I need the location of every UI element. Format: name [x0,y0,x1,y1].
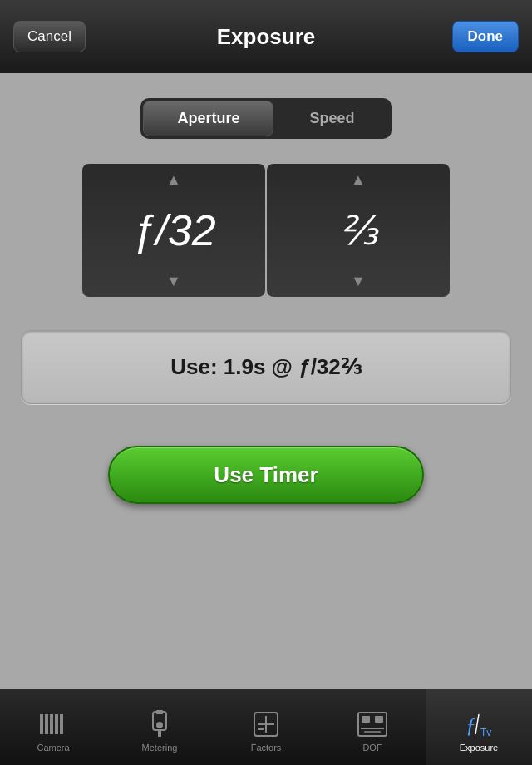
header-title: Exposure [217,24,316,50]
svg-rect-1 [45,714,48,734]
done-button[interactable]: Done [452,21,520,52]
tab-bar: Camera Metering Factors [0,688,532,765]
tab-camera[interactable]: Camera [0,689,106,765]
svg-rect-3 [55,714,58,734]
fraction-down-arrow[interactable]: ▼ [267,274,450,289]
aperture-up-arrow[interactable]: ▲ [82,172,265,187]
aperture-value: ƒ/32 [131,187,215,274]
aperture-wheel: ▲ ƒ/32 ▼ [82,164,265,297]
picker-container: ▲ ƒ/32 ▼ ▲ ⅔ ▼ [82,164,450,297]
result-text: Use: 1.9s @ ƒ/32⅔ [170,354,362,379]
factors-icon [251,709,281,739]
svg-rect-15 [375,716,383,723]
tab-dof[interactable]: DOF [319,689,426,765]
fraction-value: ⅔ [339,187,378,274]
main-content: Aperture Speed ▲ ƒ/32 ▼ ▲ ⅔ ▼ Use: 1.9s … [0,73,532,688]
svg-point-7 [156,722,163,728]
segmented-control: Aperture Speed [140,98,391,139]
tab-factors[interactable]: Factors [213,689,319,765]
svg-rect-4 [60,714,63,734]
camera-tab-label: Camera [37,743,69,753]
aperture-tab[interactable]: Aperture [143,101,273,136]
dof-tab-label: DOF [362,743,382,753]
cancel-button[interactable]: Cancel [13,21,86,52]
svg-rect-2 [50,714,53,734]
svg-rect-8 [158,730,161,737]
svg-text:Tv: Tv [480,727,491,738]
header: Cancel Exposure Done [0,0,532,73]
factors-tab-label: Factors [251,743,282,753]
camera-icon [38,709,68,739]
aperture-down-arrow[interactable]: ▼ [82,274,265,289]
fraction-wheel: ▲ ⅔ ▼ [267,164,450,297]
metering-icon [145,709,175,739]
metering-tab-label: Metering [142,743,178,753]
speed-tab[interactable]: Speed [275,101,388,136]
svg-rect-0 [40,714,43,734]
svg-rect-6 [156,710,163,714]
tab-exposure[interactable]: ƒ Tv Exposure [426,689,532,765]
svg-text:ƒ: ƒ [466,713,476,738]
dof-icon [357,709,387,739]
exposure-tab-label: Exposure [460,743,498,753]
use-timer-button[interactable]: Use Timer [108,446,424,504]
result-box: Use: 1.9s @ ƒ/32⅔ [21,330,511,404]
tab-metering[interactable]: Metering [106,689,213,765]
exposure-icon: ƒ Tv [464,709,494,739]
svg-rect-14 [362,716,370,723]
fraction-up-arrow[interactable]: ▲ [267,172,450,187]
